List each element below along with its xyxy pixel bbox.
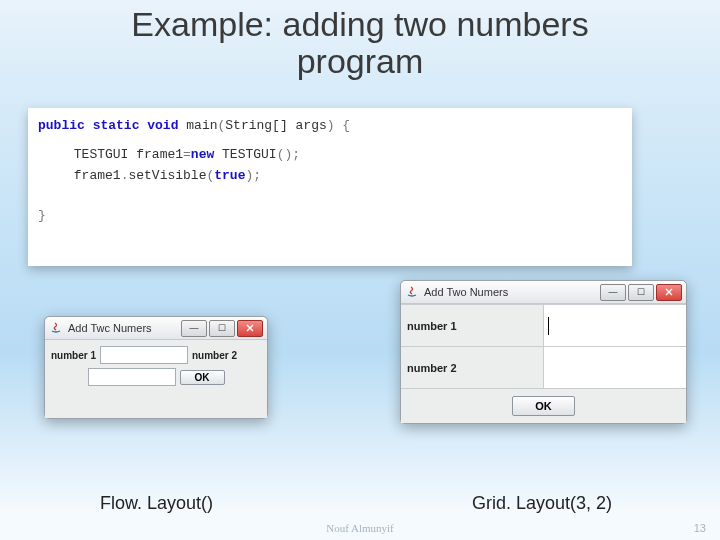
maximize-button[interactable]: ☐ (628, 284, 654, 301)
window-titlebar[interactable]: Add Twc Numers — ☐ (45, 317, 267, 340)
caption-grid: Grid. Layout(3, 2) (472, 493, 612, 514)
minimize-button[interactable]: — (181, 320, 207, 337)
flow-layout-window: Add Twc Numers — ☐ number 1 number 2 OK (44, 316, 268, 419)
title-line2: program (297, 42, 424, 80)
minimize-button[interactable]: — (600, 284, 626, 301)
close-button[interactable] (656, 284, 682, 301)
ok-button[interactable]: OK (180, 370, 225, 385)
close-button[interactable] (237, 320, 263, 337)
page-number: 13 (694, 522, 706, 534)
grid-layout-window: Add Two Numers — ☐ number 1 number 2 OK (400, 280, 687, 424)
java-icon (49, 321, 63, 335)
maximize-button[interactable]: ☐ (209, 320, 235, 337)
footer-author: Nouf Almunyif (326, 522, 394, 534)
close-icon (665, 288, 673, 296)
caption-flow: Flow. Layout() (100, 493, 213, 514)
input-number2[interactable] (88, 368, 176, 386)
window-body: number 1 number 2 OK (401, 304, 686, 423)
slide: Example: adding two numbers program publ… (0, 0, 720, 540)
label-number2: number 2 (192, 350, 237, 361)
text-caret (548, 317, 549, 335)
input-number2[interactable] (544, 347, 687, 389)
java-icon (405, 285, 419, 299)
window-title: Add Two Numers (424, 286, 600, 298)
input-number1[interactable] (100, 346, 188, 364)
input-number1[interactable] (544, 305, 687, 347)
window-body: number 1 number 2 OK (45, 340, 267, 418)
close-icon (246, 324, 254, 332)
label-number1: number 1 (51, 350, 96, 361)
title-line1: Example: adding two numbers (131, 5, 588, 43)
label-number1: number 1 (407, 320, 457, 332)
window-title: Add Twc Numers (68, 322, 181, 334)
window-titlebar[interactable]: Add Two Numers — ☐ (401, 281, 686, 304)
slide-title: Example: adding two numbers program (0, 6, 720, 81)
label-number2: number 2 (407, 362, 457, 374)
ok-button[interactable]: OK (512, 396, 575, 416)
code-snippet: public static void main(String[] args) {… (28, 108, 632, 266)
